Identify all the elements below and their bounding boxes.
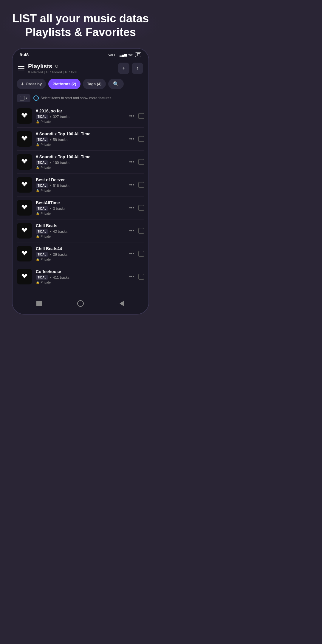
playlist-privacy: 🔒 Private [36, 235, 124, 238]
list-item: Coffeehouse TIDAL 411 tracks 🔒 Private •… [17, 265, 144, 288]
playlist-name: Best of Deezer [36, 177, 124, 182]
item-actions: ••• [128, 181, 144, 189]
back-icon [120, 301, 124, 306]
menu-button[interactable] [18, 66, 24, 70]
tidal-icon [20, 250, 29, 257]
item-checkbox[interactable] [138, 113, 144, 119]
dot-separator [50, 277, 51, 278]
signal-icon: ▂▄▆ [120, 53, 127, 57]
playlist-info: Chill Beats TIDAL 42 tracks 🔒 Private [36, 223, 124, 238]
hero-section: LIST all your music datas Playlists & Fa… [0, 0, 161, 48]
list-item: BestAllTime TIDAL 3 tracks 🔒 Private ••• [17, 196, 144, 219]
dot-separator [50, 162, 51, 163]
playlist-thumbnail [17, 154, 32, 170]
more-options-button[interactable]: ••• [128, 181, 135, 189]
playlist-list: # 2016, so far TIDAL 327 tracks 🔒 Privat… [13, 105, 148, 294]
lock-icon: 🔒 [36, 143, 39, 146]
more-options-button[interactable]: ••• [128, 135, 135, 143]
item-checkbox[interactable] [138, 182, 144, 188]
list-item: # 2016, so far TIDAL 327 tracks 🔒 Privat… [17, 105, 144, 128]
status-icons: VoLTE ▂▄▆ wifi 37 [108, 52, 141, 57]
playlist-info: Chill Beats44 TIDAL 39 tracks 🔒 Private [36, 246, 124, 261]
wifi-icon: wifi [129, 53, 133, 57]
dot-separator [50, 208, 51, 209]
more-options-button[interactable]: ••• [128, 273, 135, 281]
tidal-icon [20, 136, 29, 142]
item-checkbox[interactable] [138, 228, 144, 234]
item-checkbox[interactable] [138, 136, 144, 142]
select-all-dropdown[interactable]: ▾ [17, 94, 30, 102]
search-button[interactable]: 🔍 [108, 79, 124, 89]
nav-square-button[interactable] [35, 299, 44, 308]
dot-separator [50, 116, 51, 117]
lock-icon: 🔒 [36, 235, 39, 238]
more-options-button[interactable]: ••• [128, 250, 135, 258]
item-actions: ••• [128, 273, 144, 281]
battery-icon: 37 [135, 52, 141, 57]
platform-badge: TIDAL [36, 229, 48, 234]
filter-bar: ⬇ Order by Platforms (2) Tags (4) 🔍 [13, 76, 148, 92]
playlist-meta: TIDAL 42 tracks [36, 229, 124, 234]
more-options-button[interactable]: ••• [128, 158, 135, 166]
dot-separator [50, 185, 51, 186]
app-header: Playlists ↻ 0 selected | 167 filtered | … [13, 59, 148, 76]
playlist-meta: TIDAL 39 tracks [36, 252, 124, 257]
item-checkbox[interactable] [138, 251, 144, 257]
header-title-block: Playlists ↻ 0 selected | 167 filtered | … [28, 63, 77, 74]
item-checkbox[interactable] [138, 205, 144, 211]
info-icon: i [33, 95, 39, 101]
playlist-name: Chill Beats44 [36, 246, 124, 251]
status-bar: 9:48 VoLTE ▂▄▆ wifi 37 [13, 49, 148, 59]
item-actions: ••• [128, 112, 144, 120]
more-options-button[interactable]: ••• [128, 227, 135, 235]
list-item: # Soundiiz Top 100 All Time TIDAL 58 tra… [17, 128, 144, 151]
platform-badge: TIDAL [36, 160, 48, 165]
list-item: Chill Beats TIDAL 42 tracks 🔒 Private ••… [17, 219, 144, 242]
playlist-info: # Soundiiz Top 100 All Time TIDAL 58 tra… [36, 131, 124, 146]
playlist-thumbnail [17, 246, 32, 261]
lock-icon: 🔒 [36, 120, 39, 123]
platform-badge: TIDAL [36, 206, 48, 211]
playlist-meta: TIDAL 58 tracks [36, 137, 124, 142]
playlist-thumbnail [17, 131, 32, 147]
track-count: 411 tracks [53, 275, 69, 280]
item-checkbox[interactable] [138, 159, 144, 165]
header-subtitle: 0 selected | 167 filtered | 167 total [28, 70, 77, 74]
playlist-meta: TIDAL 411 tracks [36, 275, 124, 280]
list-item: Best of Deezer TIDAL 516 tracks 🔒 Privat… [17, 174, 144, 196]
header-left: Playlists ↻ 0 selected | 167 filtered | … [18, 63, 77, 74]
playlist-info: BestAllTime TIDAL 3 tracks 🔒 Private [36, 200, 124, 215]
platform-badge: TIDAL [36, 252, 48, 257]
nav-back-button[interactable] [117, 299, 126, 308]
order-by-button[interactable]: ⬇ Order by [17, 79, 46, 89]
upload-button[interactable]: ↑ [132, 63, 143, 74]
tidal-icon [20, 159, 29, 165]
add-button[interactable]: + [118, 63, 129, 74]
tags-filter-button[interactable]: Tags (4) [83, 79, 106, 89]
playlist-thumbnail [17, 223, 32, 239]
playlist-meta: TIDAL 100 tracks [36, 160, 124, 165]
more-options-button[interactable]: ••• [128, 204, 135, 212]
dot-separator [50, 139, 51, 140]
platforms-filter-button[interactable]: Platforms (2) [48, 79, 80, 89]
lock-icon: 🔒 [36, 212, 39, 215]
dropdown-chevron: ▾ [26, 96, 27, 100]
dot-separator [50, 254, 51, 255]
privacy-label: Private [41, 235, 51, 238]
playlist-privacy: 🔒 Private [36, 212, 124, 215]
track-count: 100 tracks [53, 161, 69, 165]
track-count: 327 tracks [53, 115, 69, 119]
list-item: # Soundiiz Top 100 All Time TIDAL 100 tr… [17, 151, 144, 174]
header-actions: + ↑ [118, 63, 143, 74]
item-checkbox[interactable] [138, 274, 144, 280]
nav-home-button[interactable] [76, 299, 85, 308]
playlist-info: Best of Deezer TIDAL 516 tracks 🔒 Privat… [36, 177, 124, 192]
playlist-meta: TIDAL 3 tracks [36, 206, 124, 211]
page-title: Playlists ↻ [28, 63, 77, 70]
more-options-button[interactable]: ••• [128, 112, 135, 120]
track-count: 516 tracks [53, 184, 69, 188]
nav-bar [13, 294, 148, 314]
playlist-name: # 2016, so far [36, 109, 124, 113]
select-all-checkbox[interactable] [20, 96, 24, 100]
phone-frame: 9:48 VoLTE ▂▄▆ wifi 37 Playlists ↻ 0 sel… [12, 48, 149, 315]
